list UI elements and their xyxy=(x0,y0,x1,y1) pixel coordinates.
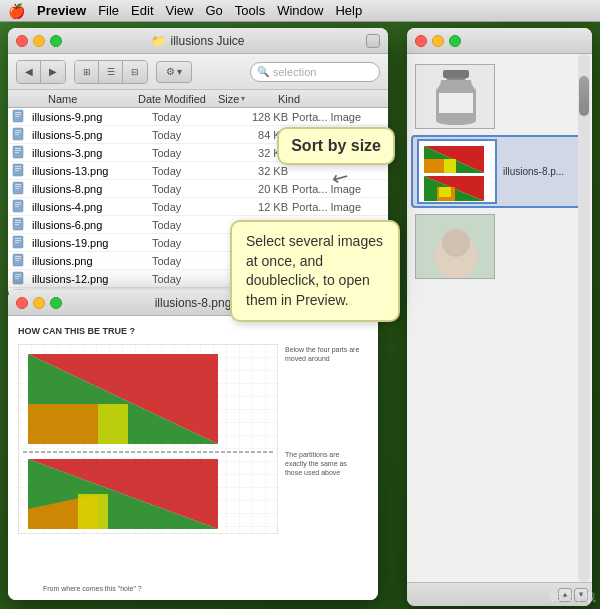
svg-marker-48 xyxy=(28,404,98,444)
svg-rect-11 xyxy=(15,152,19,153)
file-icon xyxy=(12,271,28,287)
watermark: 9553下载 xyxy=(550,590,596,605)
file-row[interactable]: illusions-4.png Today 12 KB Porta... Ima… xyxy=(8,198,388,216)
list-view-button[interactable]: ☰ xyxy=(99,61,123,83)
preview-heading: HOW CAN THIS BE TRUE ? xyxy=(18,326,368,336)
action-button[interactable]: ⚙ ▾ xyxy=(156,61,192,83)
file-name: illusions-9.png xyxy=(32,111,152,123)
thumb-image-3 xyxy=(415,214,495,279)
svg-rect-39 xyxy=(15,278,19,279)
search-bar[interactable]: 🔍 selection xyxy=(250,62,380,82)
file-size: 12 KB xyxy=(232,201,292,213)
thumb-content: illusions-8.p... xyxy=(407,54,592,582)
svg-rect-10 xyxy=(15,150,21,151)
svg-rect-25 xyxy=(15,220,21,221)
file-list-header: Name Date Modified Size ▾ Kind xyxy=(8,90,388,108)
preview-minimize-button[interactable] xyxy=(33,297,45,309)
svg-rect-15 xyxy=(15,170,19,171)
forward-button[interactable]: ▶ xyxy=(41,61,65,83)
svg-rect-31 xyxy=(15,242,19,243)
thumb-scrollbar[interactable] xyxy=(578,54,590,582)
file-date: Today xyxy=(152,237,232,249)
menu-view[interactable]: View xyxy=(166,3,194,18)
menu-preview[interactable]: Preview xyxy=(37,3,86,18)
maximize-button[interactable] xyxy=(50,35,62,47)
file-icon xyxy=(12,145,28,161)
col-header-date[interactable]: Date Modified xyxy=(138,93,218,105)
file-size: 32 KB xyxy=(232,165,292,177)
file-name: illusions-5.png xyxy=(32,129,152,141)
preview-traffic-lights xyxy=(16,297,62,309)
file-icon xyxy=(12,163,28,179)
svg-rect-1 xyxy=(15,112,21,113)
folder-icon: 📁 xyxy=(151,34,166,48)
svg-rect-13 xyxy=(15,166,21,167)
preview-maximize-button[interactable] xyxy=(50,297,62,309)
file-date: Today xyxy=(152,219,232,231)
thumb-maximize-button[interactable] xyxy=(449,35,461,47)
back-button[interactable]: ◀ xyxy=(17,61,41,83)
file-name: illusions.png xyxy=(32,255,152,267)
sort-by-size-tooltip: Sort by size xyxy=(277,127,395,165)
svg-rect-22 xyxy=(15,204,21,205)
file-kind: Porta... Image xyxy=(292,201,388,213)
menu-help[interactable]: Help xyxy=(335,3,362,18)
col-header-size[interactable]: Size ▾ xyxy=(218,93,278,105)
file-date: Today xyxy=(152,183,232,195)
menu-go[interactable]: Go xyxy=(205,3,222,18)
svg-rect-7 xyxy=(15,134,19,135)
svg-rect-57 xyxy=(443,70,469,78)
icon-view-button[interactable]: ⊞ xyxy=(75,61,99,83)
file-icon xyxy=(12,109,28,125)
file-icon xyxy=(12,127,28,143)
file-date: Today xyxy=(152,147,232,159)
file-row[interactable]: illusions-9.png Today 128 KB Porta... Im… xyxy=(8,108,388,126)
menu-tools[interactable]: Tools xyxy=(235,3,265,18)
gear-icon: ⚙ xyxy=(166,66,175,77)
preview-close-button[interactable] xyxy=(16,297,28,309)
svg-rect-2 xyxy=(15,114,21,115)
thumb-label-2: illusions-8.p... xyxy=(503,166,564,177)
menu-bar: 🍎 Preview File Edit View Go Tools Window… xyxy=(0,0,600,22)
dropdown-arrow-icon: ▾ xyxy=(177,66,182,77)
minimize-button[interactable] xyxy=(33,35,45,47)
file-date: Today xyxy=(152,165,232,177)
col-header-kind[interactable]: Kind xyxy=(278,93,388,105)
col-header-name[interactable]: Name xyxy=(8,93,138,105)
search-icon: 🔍 xyxy=(257,66,269,77)
thumb-traffic-lights xyxy=(415,35,461,47)
file-name: illusions-8.png xyxy=(32,183,152,195)
thumb-item-2[interactable]: illusions-8.p... xyxy=(411,135,588,208)
svg-rect-53 xyxy=(78,494,108,529)
preview-window: illusions-8.png HOW CAN THIS BE TRUE ? xyxy=(8,290,378,600)
svg-rect-65 xyxy=(424,159,444,173)
file-date: Today xyxy=(152,129,232,141)
preview-window-title: illusions-8.png xyxy=(155,296,232,310)
close-button[interactable] xyxy=(16,35,28,47)
svg-rect-37 xyxy=(15,274,21,275)
file-size: 20 KB xyxy=(232,183,292,195)
finder-titlebar: 📁 illusions Juice xyxy=(8,28,388,54)
nav-buttons: ◀ ▶ xyxy=(16,60,66,84)
svg-rect-5 xyxy=(15,130,21,131)
thumb-item-1[interactable] xyxy=(411,62,588,131)
svg-point-71 xyxy=(442,229,470,257)
menu-window[interactable]: Window xyxy=(277,3,323,18)
finder-toolbar: ◀ ▶ ⊞ ☰ ⊟ ⚙ ▾ 🔍 selection xyxy=(8,54,388,90)
file-name: illusions-13.png xyxy=(32,165,152,177)
file-kind: Porta... Image xyxy=(292,111,388,123)
column-view-button[interactable]: ⊟ xyxy=(123,61,147,83)
svg-rect-67 xyxy=(444,159,456,173)
scrollbar-knob[interactable] xyxy=(579,76,589,116)
expand-button[interactable] xyxy=(366,34,380,48)
thumb-minimize-button[interactable] xyxy=(432,35,444,47)
menu-edit[interactable]: Edit xyxy=(131,3,153,18)
thumb-item-3[interactable] xyxy=(411,212,588,281)
menu-file[interactable]: File xyxy=(98,3,119,18)
svg-rect-35 xyxy=(15,260,19,261)
file-size: 128 KB xyxy=(232,111,292,123)
svg-rect-30 xyxy=(15,240,21,241)
svg-rect-23 xyxy=(15,206,19,207)
thumb-close-button[interactable] xyxy=(415,35,427,47)
apple-menu[interactable]: 🍎 xyxy=(8,3,25,19)
